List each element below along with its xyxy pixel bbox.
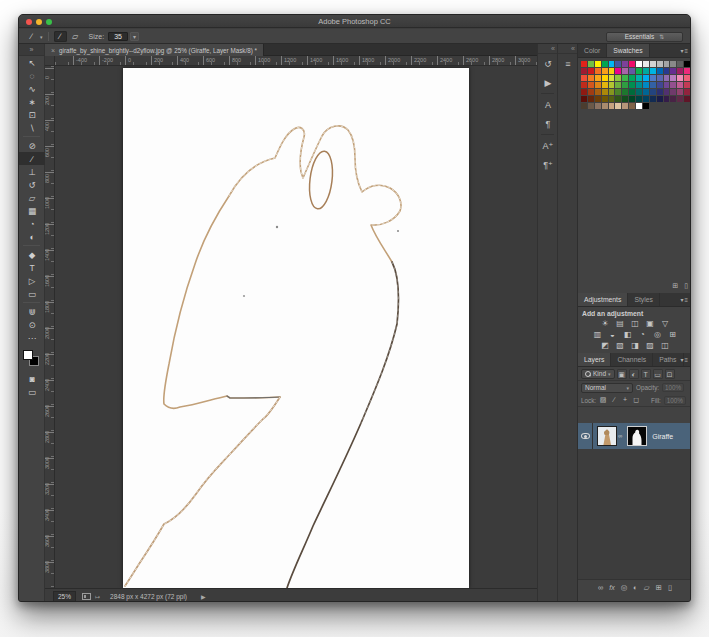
marquee-tool-icon[interactable]: ◌: [19, 69, 45, 82]
toolbar-collapse-chevrons[interactable]: »: [19, 44, 44, 56]
color-swatch[interactable]: [622, 96, 628, 102]
pen-tool-icon[interactable]: ◆: [19, 248, 45, 261]
color-swatch[interactable]: [629, 75, 635, 81]
color-swatch[interactable]: [684, 82, 690, 88]
color-swatch[interactable]: [615, 61, 621, 67]
eyedropper-tool-icon[interactable]: ∖: [19, 121, 45, 134]
close-tab-icon[interactable]: ×: [51, 47, 55, 54]
gradient-tool-icon[interactable]: ▦: [19, 204, 45, 217]
tool-preset-caret-icon[interactable]: ▾: [40, 34, 43, 40]
color-swatch[interactable]: [684, 96, 690, 102]
color-swatch[interactable]: [588, 68, 594, 74]
new-swatch-button[interactable]: ⊞: [672, 282, 678, 290]
color-swatch[interactable]: [650, 61, 656, 67]
color-swatch[interactable]: [629, 68, 635, 74]
color-swatch[interactable]: [684, 89, 690, 95]
color-swatch[interactable]: [677, 89, 683, 95]
paint-brush-toggle[interactable]: ∕: [54, 31, 67, 42]
color-swatch[interactable]: [670, 61, 676, 67]
color-swatch[interactable]: [615, 82, 621, 88]
document-tab[interactable]: × giraffe_by_shine_brightly--d2yflow.jpg…: [45, 44, 264, 56]
color-swatch[interactable]: [609, 96, 615, 102]
color-swatch[interactable]: [684, 68, 690, 74]
color-swatch[interactable]: [595, 61, 601, 67]
color-swatch[interactable]: [650, 68, 656, 74]
color-swatch[interactable]: [650, 89, 656, 95]
color-swatch[interactable]: [664, 89, 670, 95]
color-swatch[interactable]: [609, 61, 615, 67]
color-swatch[interactable]: [622, 89, 628, 95]
panel-icon-properties[interactable]: ≡: [558, 54, 578, 73]
color-swatch[interactable]: [595, 82, 601, 88]
status-expand-arrow[interactable]: ▶: [201, 593, 206, 600]
color-swatch[interactable]: [609, 89, 615, 95]
panel-icon-character[interactable]: A: [538, 95, 558, 114]
layer-thumbnail[interactable]: [597, 426, 617, 446]
color-swatch[interactable]: [664, 75, 670, 81]
color-swatch[interactable]: [581, 75, 587, 81]
color-swatch[interactable]: [677, 96, 683, 102]
new-adjustment-layer-icon[interactable]: ◐: [633, 583, 638, 592]
color-swatch[interactable]: [636, 61, 642, 67]
color-swatch[interactable]: [650, 75, 656, 81]
color-swatch[interactable]: [664, 82, 670, 88]
tool-preset-brush-icon[interactable]: ∕: [25, 31, 38, 42]
color-swatch[interactable]: [657, 89, 663, 95]
panel-menu-icon[interactable]: ▾≡: [680, 47, 689, 54]
expand-panels-chevrons[interactable]: «: [538, 44, 557, 54]
color-swatch[interactable]: [588, 61, 594, 67]
document-canvas[interactable]: [123, 68, 469, 588]
delete-layer-icon[interactable]: ▯: [668, 583, 672, 592]
panel-menu-icon[interactable]: ▾≡: [680, 356, 689, 363]
new-group-icon[interactable]: ▱: [644, 583, 650, 592]
lock-position-icon[interactable]: +: [621, 396, 629, 404]
color-swatch[interactable]: [636, 89, 642, 95]
color-swatch[interactable]: [602, 61, 608, 67]
channel-mixer-icon[interactable]: ◎: [652, 330, 664, 340]
color-swatch[interactable]: [657, 82, 663, 88]
color-swatch[interactable]: [643, 96, 649, 102]
color-swatch[interactable]: [602, 82, 608, 88]
add-layer-mask-icon[interactable]: ◎: [621, 583, 628, 592]
screen-mode-button[interactable]: ▭: [19, 385, 45, 398]
color-swatch[interactable]: [581, 89, 587, 95]
foreground-color-swatch[interactable]: [23, 350, 33, 360]
brush-tool-icon[interactable]: ∕: [19, 152, 45, 165]
spot-healing-tool-icon[interactable]: ⊘: [19, 139, 45, 152]
workspace-switcher[interactable]: Essentials ⇅: [606, 32, 683, 42]
layer-visibility-toggle[interactable]: [578, 423, 593, 449]
color-swatch[interactable]: [609, 68, 615, 74]
color-swatch[interactable]: [643, 68, 649, 74]
vibrance-icon[interactable]: ▽: [659, 319, 671, 329]
curves-icon[interactable]: ◫: [629, 319, 641, 329]
color-swatch[interactable]: [670, 82, 676, 88]
color-swatch[interactable]: [643, 103, 649, 109]
color-swatch[interactable]: [629, 61, 635, 67]
color-swatch[interactable]: [595, 68, 601, 74]
filter-shape-layers-icon[interactable]: ▭: [653, 369, 663, 379]
brush-size-field[interactable]: 35: [108, 32, 128, 41]
color-swatch[interactable]: [622, 61, 628, 67]
color-swatch[interactable]: [588, 103, 594, 109]
color-swatch[interactable]: [602, 75, 608, 81]
zoom-tool-icon[interactable]: ⊙: [19, 318, 45, 331]
opacity-value[interactable]: 100%: [662, 383, 684, 392]
color-swatch[interactable]: [622, 103, 628, 109]
lasso-tool-icon[interactable]: ∿: [19, 82, 45, 95]
color-swatch[interactable]: [670, 89, 676, 95]
photo-filter-icon[interactable]: ◔: [637, 330, 649, 340]
color-swatch[interactable]: [602, 103, 608, 109]
color-swatch[interactable]: [664, 96, 670, 102]
color-swatch[interactable]: [615, 75, 621, 81]
color-swatch[interactable]: [636, 75, 642, 81]
color-swatch[interactable]: [622, 68, 628, 74]
color-swatch[interactable]: [615, 68, 621, 74]
exposure-icon[interactable]: ▣: [644, 319, 656, 329]
color-swatch[interactable]: [636, 96, 642, 102]
filter-type-layers-icon[interactable]: T: [641, 369, 651, 379]
color-swatch[interactable]: [664, 61, 670, 67]
crop-tool-icon[interactable]: ⊡: [19, 108, 45, 121]
panel-icon-paragraph[interactable]: ¶: [538, 114, 558, 133]
layer-filter-kind-dropdown[interactable]: Kind ▾: [581, 369, 615, 379]
lock-transparency-icon[interactable]: ▨: [599, 396, 607, 404]
